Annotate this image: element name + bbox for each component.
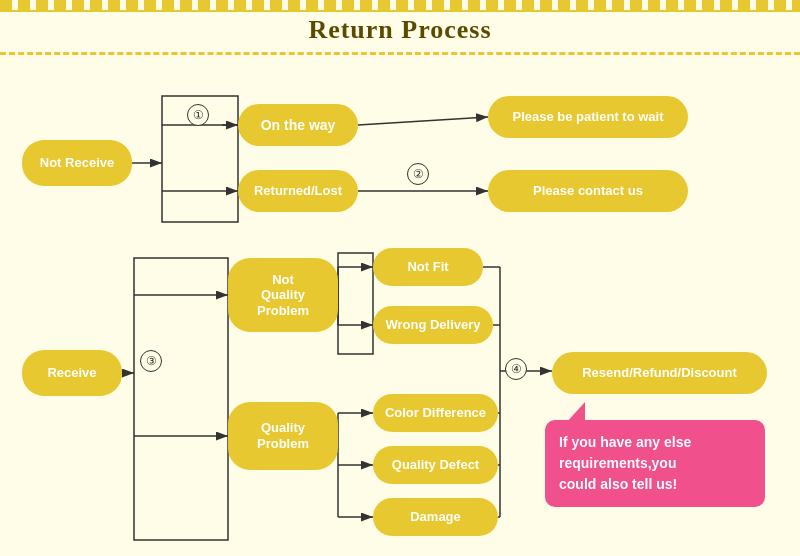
circle-2: ②: [407, 163, 429, 185]
svg-rect-13: [338, 253, 373, 354]
speech-bubble-text: If you have any else requirements,you co…: [559, 434, 691, 492]
svg-line-7: [358, 117, 488, 125]
returned-lost-node: Returned/Lost: [238, 170, 358, 212]
not-receive-node: Not Receive: [22, 140, 132, 186]
quality-defect-node: Quality Defect: [373, 446, 498, 484]
contact-us-node: Please contact us: [488, 170, 688, 212]
be-patient-node: Please be patient to wait: [488, 96, 688, 138]
speech-bubble: If you have any else requirements,you co…: [545, 420, 765, 507]
circle-3: ③: [140, 350, 162, 372]
circle-1: ①: [187, 104, 209, 126]
not-quality-node: Not Quality Problem: [228, 258, 338, 332]
dashed-separator: [0, 52, 800, 55]
wrong-delivery-node: Wrong Delivery: [373, 306, 493, 344]
damage-node: Damage: [373, 498, 498, 536]
circle-4: ④: [505, 358, 527, 380]
resend-node: Resend/Refund/Discount: [552, 352, 767, 394]
title-area: Return Process: [0, 0, 800, 52]
on-the-way-node: On the way: [238, 104, 358, 146]
page-title: Return Process: [308, 15, 491, 45]
svg-rect-9: [134, 258, 228, 540]
receive-node: Receive: [22, 350, 122, 396]
quality-problem-node: Quality Problem: [228, 402, 338, 470]
not-fit-node: Not Fit: [373, 248, 483, 286]
color-diff-node: Color Difference: [373, 394, 498, 432]
